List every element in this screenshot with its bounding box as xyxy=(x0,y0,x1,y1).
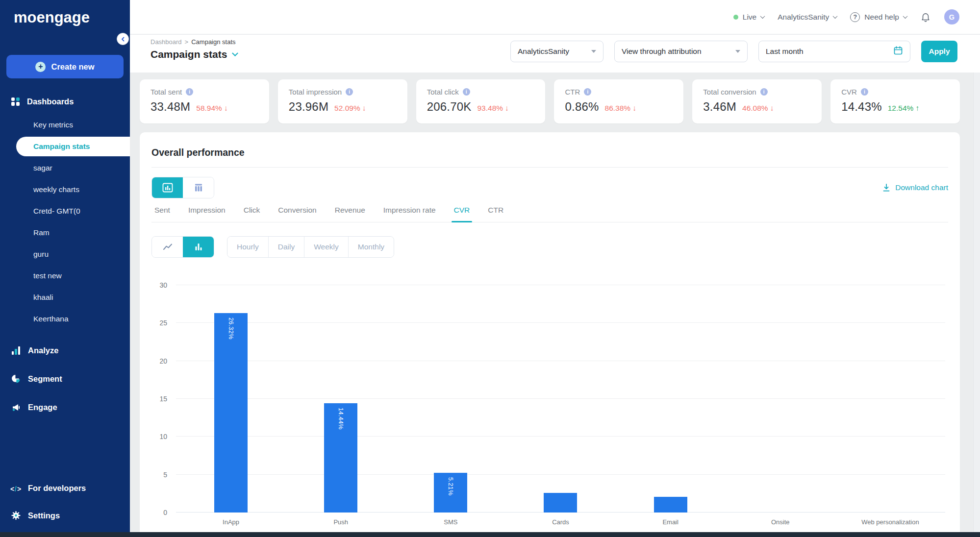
granularity-selector: HourlyDailyWeeklyMonthly xyxy=(227,236,394,258)
kpi-value: 33.48M xyxy=(151,100,190,114)
info-icon[interactable]: i xyxy=(346,88,353,96)
sidebar-item-analyze[interactable]: Analyze xyxy=(0,336,130,365)
need-help-dropdown[interactable]: ? Need help xyxy=(850,12,907,22)
granularity-daily[interactable]: Daily xyxy=(269,237,304,257)
sidebar-item-sagar[interactable]: sagar xyxy=(0,157,130,179)
workspace-filter-select[interactable]: AnalyticsSanity xyxy=(510,41,603,62)
kpi-value: 14.43% xyxy=(841,100,882,114)
x-axis-label-web-personalization: Web personalization xyxy=(835,518,945,526)
table-view-toggle-button[interactable] xyxy=(183,177,214,198)
download-chart-link[interactable]: Download chart xyxy=(882,183,948,192)
y-axis-tick-5: 5 xyxy=(163,471,167,479)
bar-sms[interactable]: 5.21% xyxy=(434,473,467,513)
kpi-value: 23.96M xyxy=(289,100,328,114)
bar-inapp[interactable]: 26.32% xyxy=(214,313,248,513)
chevron-down-icon xyxy=(760,14,765,19)
sidebar-item-engage[interactable]: Engage xyxy=(0,393,130,421)
info-icon[interactable]: i xyxy=(861,88,868,96)
breadcrumb-root[interactable]: Dashboard xyxy=(151,38,182,46)
kpi-value-row: 0.86%86.38% ↓ xyxy=(565,100,675,114)
vertical-scrollbar[interactable] xyxy=(973,73,980,537)
tab-revenue[interactable]: Revenue xyxy=(335,206,365,222)
tab-impression[interactable]: Impression xyxy=(188,206,226,222)
workspace-dropdown[interactable]: AnalyticsSanity xyxy=(778,13,837,22)
x-axis-label-cards: Cards xyxy=(505,518,615,526)
sidebar-collapse-button[interactable] xyxy=(117,33,129,45)
attribution-filter-select[interactable]: View through attribution xyxy=(614,41,748,62)
info-icon[interactable]: i xyxy=(584,88,591,96)
tab-click[interactable]: Click xyxy=(244,206,260,222)
sidebar-item-keerthana[interactable]: Keerthana xyxy=(0,308,130,330)
kpi-delta-down: 52.09% ↓ xyxy=(334,104,366,113)
kpi-delta-down: 93.48% ↓ xyxy=(477,104,509,113)
line-chart-icon xyxy=(162,243,173,251)
sidebar-item-weekly-charts[interactable]: weekly charts xyxy=(0,179,130,200)
code-icon: </> xyxy=(11,484,21,493)
environment-dropdown[interactable]: Live xyxy=(733,13,764,22)
sidebar-item-cretd-gmt-0[interactable]: Cretd- GMT(0 xyxy=(0,200,130,222)
kpi-value: 0.86% xyxy=(565,100,599,114)
kpi-label-text: Total impression xyxy=(289,88,342,96)
user-avatar[interactable]: G xyxy=(944,9,959,24)
calendar-icon xyxy=(893,46,903,57)
tab-sent[interactable]: Sent xyxy=(154,206,170,222)
y-axis-tick-25: 25 xyxy=(159,319,167,327)
x-axis-label-inapp: InApp xyxy=(176,518,286,526)
segment-pie-icon xyxy=(11,374,21,384)
line-bar-toggle xyxy=(151,236,214,258)
sidebar-item-khaali[interactable]: khaali xyxy=(0,287,130,308)
info-icon[interactable]: i xyxy=(463,88,470,96)
tab-cvr[interactable]: CVR xyxy=(454,206,470,222)
y-axis-tick-20: 20 xyxy=(159,357,167,365)
info-icon[interactable]: i xyxy=(186,88,193,96)
sidebar-item-campaign-stats[interactable]: Campaign stats xyxy=(16,137,130,156)
create-new-button[interactable]: + Create new xyxy=(6,55,124,78)
dropdown-caret-icon xyxy=(591,50,596,53)
notifications-bell-icon[interactable] xyxy=(920,12,931,23)
kpi-card-cvr: CVRi14.43%12.54% ↑ xyxy=(830,79,960,123)
kpi-delta-up: 12.54% ↑ xyxy=(888,104,920,113)
kpi-label: CTRi xyxy=(565,88,675,96)
line-chart-toggle-button[interactable] xyxy=(152,237,183,257)
bar-column-sms: 5.21% xyxy=(396,285,505,513)
sidebar-footer: </> For developers xyxy=(0,474,130,529)
info-icon[interactable]: i xyxy=(760,88,768,96)
sidebar-item-test-new[interactable]: test new xyxy=(0,265,130,287)
kpi-label: Total senti xyxy=(151,88,260,96)
topbar: Live AnalyticsSanity ? Need help G xyxy=(130,0,980,34)
y-axis-tick-0: 0 xyxy=(163,509,167,516)
sidebar-item-ram[interactable]: Ram xyxy=(0,222,130,244)
bar-chart-toggle-button[interactable] xyxy=(183,237,214,257)
moengage-logo[interactable]: moengage xyxy=(14,9,90,26)
sidebar-item-for-developers[interactable]: </> For developers xyxy=(0,474,130,502)
engage-megaphone-icon xyxy=(11,403,21,412)
bar-push[interactable]: 14.44% xyxy=(324,403,357,513)
chart-view-toggle-button[interactable] xyxy=(152,177,183,198)
sidebar-item-settings[interactable]: Settings xyxy=(0,502,130,529)
apply-button[interactable]: Apply xyxy=(921,41,957,62)
date-range-picker[interactable]: Last month xyxy=(758,41,910,62)
help-question-icon: ? xyxy=(850,12,860,22)
tab-ctr[interactable]: CTR xyxy=(488,206,503,222)
kpi-card-total-sent: Total senti33.48M58.94% ↓ xyxy=(140,79,269,123)
kpi-value-row: 23.96M52.09% ↓ xyxy=(289,100,399,114)
granularity-hourly[interactable]: Hourly xyxy=(227,237,269,257)
x-axis-label-sms: SMS xyxy=(396,518,505,526)
sidebar-main-nav: Analyze Segment Engage xyxy=(0,336,130,421)
kpi-label: Total clicki xyxy=(427,88,537,96)
bar-cards[interactable] xyxy=(544,493,577,513)
y-axis-tick-15: 15 xyxy=(159,395,167,403)
bar-email[interactable] xyxy=(654,497,687,513)
sidebar-item-dashboards[interactable]: Dashboards xyxy=(0,93,130,110)
sidebar-item-key-metrics[interactable]: Key metrics xyxy=(0,114,130,136)
sidebar-item-guru[interactable]: guru xyxy=(0,244,130,265)
sidebar-item-segment[interactable]: Segment xyxy=(0,365,130,393)
tab-conversion[interactable]: Conversion xyxy=(278,206,316,222)
panel-title: Overall performance xyxy=(151,147,948,158)
granularity-monthly[interactable]: Monthly xyxy=(349,237,394,257)
bar-value-label: 26.32% xyxy=(227,317,234,340)
tab-impression-rate[interactable]: Impression rate xyxy=(383,206,436,222)
bar-column-push: 14.44% xyxy=(286,285,396,513)
granularity-weekly[interactable]: Weekly xyxy=(304,237,349,257)
page-title-dropdown[interactable]: Campaign stats xyxy=(151,49,237,60)
